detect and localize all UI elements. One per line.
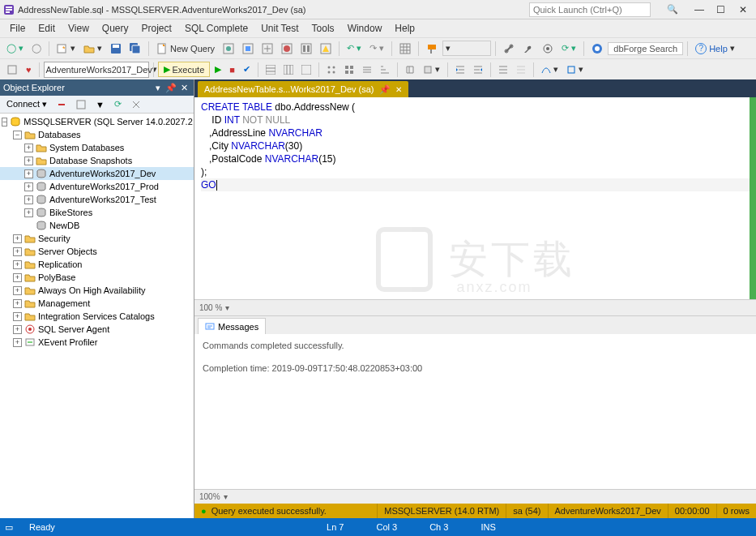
- tree-db-adventureworks-dev[interactable]: +AdventureWorks2017_Dev: [0, 167, 194, 180]
- pin-icon[interactable]: 📌: [379, 84, 391, 95]
- stop-button[interactable]: ■: [226, 62, 238, 77]
- tree-system-databases[interactable]: +System Databases: [0, 141, 194, 154]
- undo-button[interactable]: ↶ ▾: [344, 41, 365, 56]
- folder-icon: [24, 247, 36, 256]
- tb2-icon-6[interactable]: [323, 62, 340, 77]
- tb-icon-1[interactable]: [220, 41, 237, 57]
- sql-editor[interactable]: CREATE TABLE dbo.AddressNew ( ID INT NOT…: [194, 97, 756, 300]
- tb-icon-gear[interactable]: [539, 41, 557, 57]
- tb-icon-grid[interactable]: [396, 41, 414, 57]
- menu-unittest[interactable]: Unit Test: [254, 21, 305, 36]
- filter-button[interactable]: ▼: [92, 99, 108, 110]
- panel-pin-button[interactable]: 📌: [164, 83, 177, 93]
- panel-dropdown-button[interactable]: ▾: [152, 83, 164, 93]
- tb-icon-paint[interactable]: [423, 41, 441, 57]
- tree-db-newdb[interactable]: NewDB: [0, 219, 194, 232]
- tree-db-adventureworks-prod[interactable]: +AdventureWorks2017_Prod: [0, 180, 194, 193]
- tree-server-node[interactable]: −MSSQLSERVER (SQL Server 14.0.2027.2 - s…: [0, 115, 194, 128]
- document-tab-active[interactable]: AddressNewTable.s...Works2017_Dev (sa) 📌…: [198, 81, 408, 97]
- indent-right-button[interactable]: [470, 62, 486, 77]
- tree-db-bikestores[interactable]: +BikeStores: [0, 206, 194, 219]
- parse-button[interactable]: ✔: [240, 62, 254, 77]
- redo-button[interactable]: ↷ ▾: [366, 41, 387, 56]
- panel-close-button[interactable]: ✕: [177, 83, 190, 93]
- tree-databases-node[interactable]: −Databases: [0, 128, 194, 141]
- tb2-icon-5[interactable]: [298, 62, 314, 77]
- messages-tab[interactable]: Messages: [198, 318, 266, 334]
- tb2-icon-11[interactable]: ▾: [420, 62, 443, 77]
- debug-button[interactable]: ▶: [211, 62, 224, 77]
- tb2-icon-9[interactable]: [377, 62, 393, 77]
- tb-icon-6[interactable]: [317, 41, 335, 57]
- menu-view[interactable]: View: [62, 21, 96, 36]
- tb-icon-refresh[interactable]: ⟳ ▾: [558, 41, 579, 56]
- new-project-button[interactable]: * ▾: [53, 41, 79, 57]
- messages-zoom-bar[interactable]: 100% ▾: [194, 489, 756, 504]
- tb-icon-link[interactable]: [500, 41, 518, 57]
- connect-icon-2[interactable]: [73, 99, 89, 110]
- tb2-icon-3[interactable]: [263, 62, 279, 77]
- tb-icon-dropdown[interactable]: ▾: [442, 41, 491, 56]
- menu-project[interactable]: Project: [135, 21, 178, 36]
- menu-file[interactable]: File: [3, 21, 32, 36]
- nav-back-button[interactable]: ◯ ▾: [3, 41, 27, 56]
- tb2-icon-7[interactable]: [341, 62, 357, 77]
- menu-edit[interactable]: Edit: [32, 21, 62, 36]
- connect-icon-3[interactable]: [128, 99, 144, 110]
- tb2-icon-1[interactable]: [3, 62, 21, 78]
- save-button[interactable]: [107, 41, 125, 57]
- tree-integration-services[interactable]: +Integration Services Catalogs: [0, 310, 194, 323]
- nav-fwd-button[interactable]: ◯: [28, 41, 45, 56]
- new-query-button[interactable]: New Query: [153, 41, 218, 57]
- tab-close-button[interactable]: ✕: [395, 85, 402, 94]
- tb2-icon-8[interactable]: [359, 62, 375, 77]
- maximize-button[interactable]: ☐: [711, 4, 731, 15]
- minimize-button[interactable]: —: [690, 4, 709, 15]
- execute-button[interactable]: ▶Execute: [158, 62, 211, 77]
- object-explorer-tree[interactable]: −MSSQLSERVER (SQL Server 14.0.2027.2 - s…: [0, 114, 194, 518]
- menu-help[interactable]: Help: [388, 21, 421, 36]
- tb2-icon-10[interactable]: [402, 62, 418, 77]
- help-button[interactable]: ? Help ▾: [692, 41, 738, 57]
- editor-zoom-bar[interactable]: 100 % ▾: [194, 300, 756, 316]
- tree-polybase[interactable]: +PolyBase: [0, 271, 194, 284]
- connect-toolbar: Connect ▾ ▼ ⟳: [0, 96, 194, 114]
- tree-sqlserver-agent[interactable]: +SQL Server Agent: [0, 323, 194, 336]
- tb-icon-2[interactable]: [239, 41, 257, 57]
- disconnect-button[interactable]: [53, 99, 70, 110]
- tree-alwayson[interactable]: +Always On High Availability: [0, 284, 194, 297]
- menu-window[interactable]: Window: [341, 21, 389, 36]
- tb2-icon-4[interactable]: [280, 62, 297, 77]
- tb-icon-wrench[interactable]: [519, 41, 537, 57]
- tb2-icon-2[interactable]: ♥: [23, 62, 35, 77]
- connect-button[interactable]: Connect ▾: [3, 98, 50, 110]
- menu-sqlcomplete[interactable]: SQL Complete: [178, 21, 254, 36]
- dbforge-icon[interactable]: [588, 41, 606, 57]
- menu-tools[interactable]: Tools: [305, 21, 341, 36]
- tree-xevent-profiler[interactable]: +XEvent Profiler: [0, 336, 194, 349]
- tree-replication[interactable]: +Replication: [0, 258, 194, 271]
- save-all-button[interactable]: [126, 41, 144, 57]
- tb-icon-5[interactable]: [297, 41, 315, 57]
- tb-icon-4[interactable]: [278, 41, 296, 57]
- tree-management[interactable]: +Management: [0, 297, 194, 310]
- search-icon[interactable]: 🔍: [667, 4, 678, 15]
- dbforge-search-box[interactable]: dbForge Search: [608, 42, 683, 55]
- close-button[interactable]: ✕: [733, 4, 753, 15]
- messages-pane[interactable]: Commands completed successfully. Complet…: [194, 334, 756, 489]
- tree-database-snapshots[interactable]: +Database Snapshots: [0, 154, 194, 167]
- database-selector[interactable]: AdventureWorks2017_Dev▾: [44, 62, 149, 78]
- uncomment-button[interactable]: [513, 62, 529, 77]
- tree-server-objects[interactable]: +Server Objects: [0, 245, 194, 258]
- refresh-tree-button[interactable]: ⟳: [111, 98, 125, 110]
- comment-button[interactable]: [495, 62, 511, 77]
- open-button[interactable]: ▾: [80, 41, 105, 57]
- tree-security[interactable]: +Security: [0, 232, 194, 245]
- tb2-icon-13[interactable]: ▾: [563, 62, 587, 77]
- menu-query[interactable]: Query: [96, 21, 135, 36]
- tb2-icon-12[interactable]: ▾: [538, 62, 562, 77]
- quick-launch-input[interactable]: [529, 2, 651, 17]
- indent-left-button[interactable]: [452, 62, 468, 77]
- tree-db-adventureworks-test[interactable]: +AdventureWorks2017_Test: [0, 193, 194, 206]
- tb-icon-3[interactable]: [258, 41, 276, 57]
